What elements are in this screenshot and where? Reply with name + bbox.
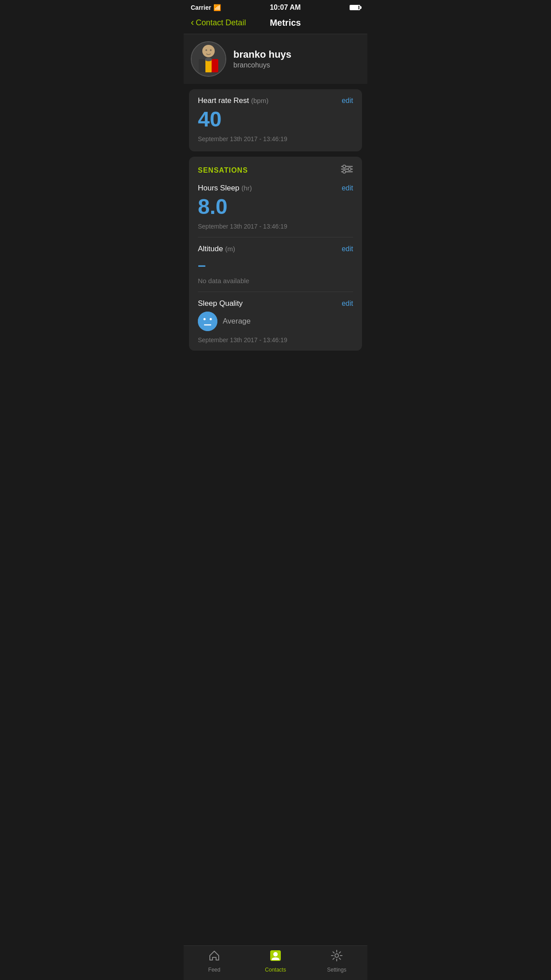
carrier-text: Carrier — [191, 4, 211, 11]
svg-point-8 — [210, 49, 212, 51]
sleep-quality-timestamp: September 13th 2017 - 13:46:19 — [198, 336, 353, 344]
back-label: Contact Detail — [196, 18, 246, 28]
sleep-quality-item: Sleep Quality edit Average September 13 — [198, 299, 353, 344]
back-button[interactable]: ‹ Contact Detail — [191, 17, 246, 28]
heart-rate-timestamp: September 13th 2017 - 13:46:19 — [198, 135, 353, 142]
svg-point-7 — [205, 49, 207, 51]
profile-name: branko huys — [233, 49, 291, 60]
svg-point-1 — [202, 45, 215, 57]
profile-handle: brancohuys — [233, 61, 291, 69]
hours-sleep-item: Hours Sleep (hr) edit 8.0 September 13th… — [198, 184, 353, 230]
hours-sleep-value: 8.0 — [198, 196, 353, 217]
profile-info: branko huys brancohuys — [233, 49, 291, 69]
altitude-edit-button[interactable]: edit — [342, 245, 353, 253]
svg-point-19 — [210, 318, 212, 320]
sensations-title: SENSATIONS — [198, 166, 248, 174]
hours-sleep-unit: (hr) — [241, 184, 252, 192]
chevron-left-icon: ‹ — [191, 17, 194, 28]
altitude-label: Altitude (m) — [198, 245, 235, 253]
avatar-image — [191, 41, 226, 77]
svg-point-18 — [204, 318, 206, 320]
heart-rate-value: 40 — [198, 109, 353, 130]
heart-rate-unit: (bpm) — [251, 97, 268, 104]
profile-header: branko huys brancohuys — [184, 34, 367, 84]
sensations-card: SENSATIONS Hours Sleep (hr) edit — [189, 157, 362, 351]
sleep-quality-emoji — [198, 312, 217, 331]
filter-icon[interactable] — [341, 164, 353, 177]
status-time: 10:07 AM — [270, 4, 301, 12]
hours-sleep-timestamp: September 13th 2017 - 13:46:19 — [198, 223, 353, 230]
wifi-icon: 📶 — [213, 4, 221, 11]
nav-bar: ‹ Contact Detail Metrics — [184, 13, 367, 34]
divider-2 — [198, 292, 353, 292]
status-bar: Carrier 📶 10:07 AM — [184, 0, 367, 13]
heart-rate-header: Heart rate Rest (bpm) edit — [198, 96, 353, 105]
svg-rect-3 — [199, 59, 205, 72]
heart-rate-card: Heart rate Rest (bpm) edit 40 September … — [189, 89, 362, 151]
page-title: Metrics — [246, 18, 325, 28]
battery-icon — [350, 5, 360, 10]
divider-1 — [198, 237, 353, 237]
heart-rate-label: Heart rate Rest (bpm) — [198, 96, 268, 105]
svg-rect-5 — [212, 59, 218, 72]
svg-rect-10 — [208, 63, 209, 66]
avatar — [191, 41, 226, 77]
sensations-header: SENSATIONS — [198, 164, 353, 177]
altitude-value: – — [198, 257, 353, 273]
altitude-no-data: No data available — [198, 277, 353, 285]
hours-sleep-edit-button[interactable]: edit — [342, 184, 353, 192]
sleep-quality-header: Sleep Quality edit — [198, 299, 353, 308]
hours-sleep-header: Hours Sleep (hr) edit — [198, 184, 353, 193]
hours-sleep-label: Hours Sleep (hr) — [198, 184, 252, 193]
altitude-header: Altitude (m) edit — [198, 245, 353, 253]
svg-point-16 — [343, 170, 346, 173]
sleep-quality-row: Average — [198, 312, 353, 331]
svg-point-6 — [205, 58, 212, 61]
svg-point-17 — [198, 312, 217, 331]
status-right — [350, 5, 360, 10]
svg-point-14 — [343, 165, 346, 168]
heart-rate-edit-button[interactable]: edit — [342, 97, 353, 105]
sleep-quality-value: Average — [223, 317, 251, 326]
altitude-unit: (m) — [225, 245, 235, 253]
sleep-quality-edit-button[interactable]: edit — [342, 300, 353, 308]
altitude-item: Altitude (m) edit – No data available — [198, 245, 353, 285]
sleep-quality-label: Sleep Quality — [198, 299, 243, 308]
scroll-content: Heart rate Rest (bpm) edit 40 September … — [184, 84, 367, 391]
svg-point-15 — [348, 168, 351, 170]
status-left: Carrier 📶 — [191, 4, 221, 11]
